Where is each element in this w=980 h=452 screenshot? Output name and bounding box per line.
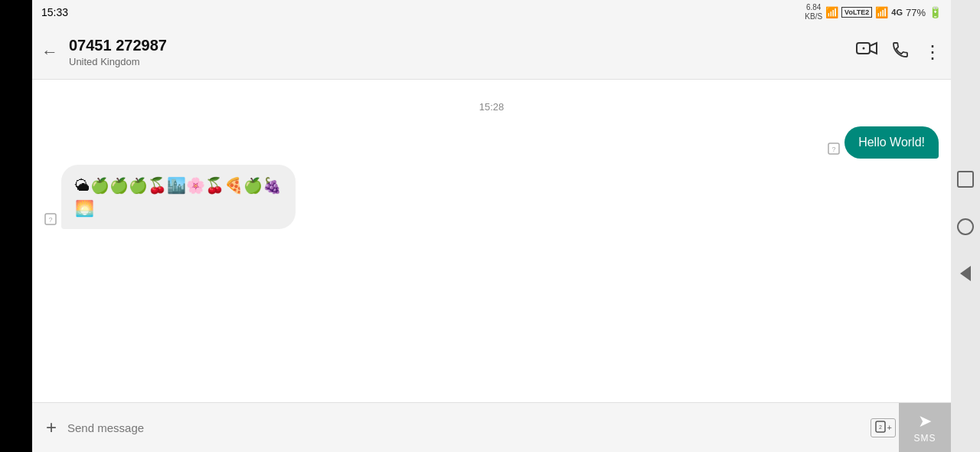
outgoing-bubble: Hello World! [844, 126, 939, 159]
back-button[interactable]: ← [41, 42, 58, 62]
contact-name: 07451 272987 [69, 37, 856, 54]
emoji-apple1: 🍏 [90, 177, 109, 194]
battery-indicator: 77% [906, 7, 926, 18]
emoji-grapes: 🍇 [263, 177, 282, 194]
wifi-icon: 📶 [825, 6, 838, 18]
status-icons: 6.84 KB/S 📶 VoLTE2 📶 4G 77% 🔋 [805, 3, 942, 21]
emoji-city: 🏙️ [167, 177, 186, 194]
more-options-icon[interactable]: ⋮ [923, 43, 942, 61]
square-button[interactable] [957, 171, 974, 188]
phone-call-icon[interactable] [891, 41, 910, 64]
emoji-cherry2: 🍒 [205, 177, 224, 194]
send-label: SMS [913, 433, 936, 444]
emoji-pizza: 🍕 [224, 177, 243, 194]
incoming-status-icon: ? [44, 213, 57, 228]
status-bar: 15:33 6.84 KB/S 📶 VoLTE2 📶 4G 77% 🔋 [32, 0, 951, 25]
outgoing-text: Hello World! [858, 136, 925, 149]
header-bar: ← 07451 272987 United Kingdom ⋮ [32, 25, 951, 80]
emoji-flower: 🌸 [186, 177, 205, 194]
left-phone-edge [0, 0, 32, 452]
add-attachment-button[interactable]: + [38, 417, 64, 438]
contact-location: United Kingdom [69, 56, 856, 67]
message-timestamp: 15:28 [44, 101, 939, 113]
message-input[interactable] [64, 415, 871, 441]
emoji-apple2: 🍏 [109, 177, 129, 194]
phone-screen: 15:33 6.84 KB/S 📶 VoLTE2 📶 4G 77% 🔋 ← 07… [32, 0, 951, 452]
header-actions: ⋮ [856, 41, 942, 64]
send-button[interactable]: ➤ SMS [899, 403, 951, 453]
send-arrow-icon: ➤ [918, 411, 932, 431]
incoming-emoji-line1: 🌥🍏🍏🍏🍒🏙️🌸🍒🍕🍏🍇 [75, 174, 282, 197]
incoming-bubble: 🌥🍏🍏🍏🍒🏙️🌸🍒🍕🍏🍇 🌅 [61, 165, 296, 229]
incoming-emoji-line2: 🌅 [75, 197, 282, 220]
svg-point-1 [863, 47, 865, 49]
emoji-apple4: 🍏 [243, 177, 263, 194]
message-status-icon: ? [828, 142, 840, 157]
circle-button[interactable] [957, 218, 974, 235]
emoji-cloud: 🌥 [75, 177, 90, 194]
video-call-icon[interactable] [856, 41, 877, 64]
data-speed: 6.84 KB/S [805, 3, 822, 21]
svg-text:?: ? [48, 216, 52, 224]
emoji-apple3: 🍏 [129, 177, 148, 194]
emoji-sunrise: 🌅 [75, 200, 94, 217]
sim-label: + [887, 423, 892, 432]
incoming-message-row: ? 🌥🍏🍏🍏🍒🏙️🌸🍒🍕🍏🍇 🌅 [44, 165, 939, 229]
signal-icon: 📶 [875, 6, 888, 18]
contact-info: 07451 272987 United Kingdom [69, 37, 856, 67]
chat-area: 15:28 ? Hello World! ? 🌥🍏🍏🍏🍒🏙️🌸🍒🍕🍏🍇 🌅 [32, 80, 951, 402]
right-phone-edge [951, 0, 980, 452]
volte-badge: VoLTE2 [841, 7, 872, 18]
sim-icon: 2 [874, 421, 887, 435]
sim-indicator: 2 + [871, 418, 896, 437]
input-bar: + 2 + ➤ SMS [32, 402, 951, 452]
status-time: 15:33 [41, 6, 68, 18]
emoji-cherry1: 🍒 [148, 177, 167, 194]
network-type: 4G [891, 8, 903, 17]
svg-text:?: ? [832, 146, 836, 153]
svg-text:2: 2 [879, 424, 882, 430]
battery-icon: 🔋 [929, 6, 942, 18]
back-button-triangle[interactable] [960, 266, 971, 281]
outgoing-message-row: ? Hello World! [44, 126, 939, 159]
